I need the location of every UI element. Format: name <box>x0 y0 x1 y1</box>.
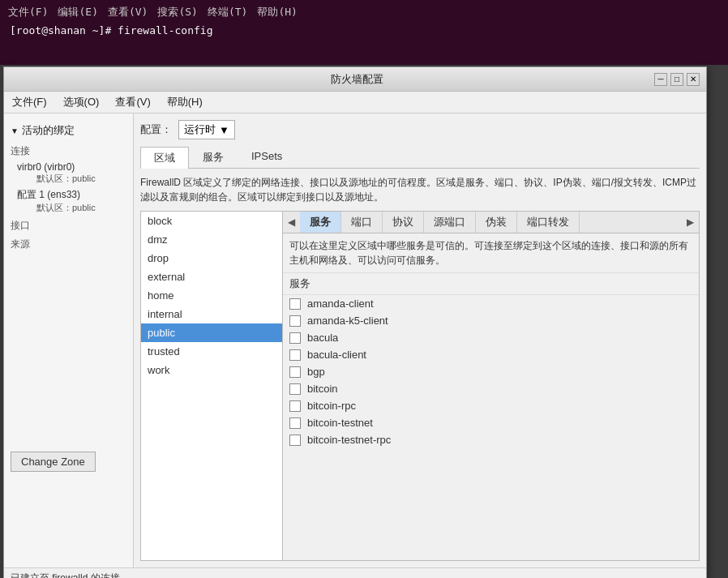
config-select[interactable]: 运行时 ▼ <box>178 120 235 139</box>
services-nav: ◀ 服务 端口 协议 源端口 伪装 端口转发 ▶ <box>283 212 699 233</box>
tab-ipsets[interactable]: IPSets <box>238 146 296 168</box>
terminal-menu-file[interactable]: 文件(F) <box>8 5 48 19</box>
service-amanda-client[interactable]: amanda-client <box>283 295 699 312</box>
sidebar-group-sources: 来源 <box>4 234 133 253</box>
status-bar: 已建立至 firewalld 的连接。 默认区域: public LogDeni… <box>4 567 706 578</box>
menu-help[interactable]: 帮助(H) <box>162 93 208 111</box>
zone-external[interactable]: external <box>141 268 282 286</box>
main-area: ▼ 活动的绑定 连接 virbr0 (virbr0) 默认区：public 配置… <box>4 113 706 567</box>
zone-work[interactable]: work <box>141 361 282 379</box>
services-panel: ◀ 服务 端口 协议 源端口 伪装 端口转发 ▶ 可以在这里定义区域中哪些服务是… <box>283 212 699 560</box>
service-checkbox-bgp[interactable] <box>289 366 301 378</box>
zone-public[interactable]: public <box>141 323 282 342</box>
service-name-bitcoin-testnet-rpc: bitcoin-testnet-rpc <box>307 434 391 446</box>
dialog-titlebar: 防火墙配置 ─ □ ✕ <box>4 67 706 92</box>
menu-options[interactable]: 选项(O) <box>58 93 105 111</box>
change-zone-button[interactable]: Change Zone <box>11 452 96 472</box>
dropdown-arrow-icon: ▼ <box>219 124 229 136</box>
services-nav-tab-sourceport[interactable]: 源端口 <box>424 212 476 233</box>
terminal-menubar: 文件(F) 编辑(E) 查看(V) 搜索(S) 终端(T) 帮助(H) <box>5 3 723 21</box>
terminal-menu-view[interactable]: 查看(V) <box>108 5 148 19</box>
dialog-controls: ─ □ ✕ <box>654 73 700 86</box>
services-nav-tab-services[interactable]: 服务 <box>300 212 341 233</box>
zone-trusted[interactable]: trusted <box>141 342 282 361</box>
sidebar-section-title-text: 活动的绑定 <box>22 123 75 138</box>
service-checkbox-bitcoin[interactable] <box>289 383 301 395</box>
zone-drop[interactable]: drop <box>141 249 282 268</box>
service-checkbox-amanda-k5-client[interactable] <box>289 315 301 327</box>
zone-internal[interactable]: internal <box>141 305 282 323</box>
service-checkbox-amanda-client[interactable] <box>289 298 301 310</box>
service-name-bacula-client: bacula-client <box>307 349 366 361</box>
terminal-menu-terminal[interactable]: 终端(T) <box>208 5 247 19</box>
dialog-menubar: 文件(F) 选项(O) 查看(V) 帮助(H) <box>4 92 706 113</box>
service-checkbox-bitcoin-rpc[interactable] <box>289 400 301 412</box>
terminal-command: [root@shanan ~]# firewall-config <box>5 21 723 40</box>
service-name-bitcoin-testnet: bitcoin-testnet <box>307 417 373 429</box>
service-checkbox-bitcoin-testnet-rpc[interactable] <box>289 435 301 446</box>
service-bitcoin-rpc[interactable]: bitcoin-rpc <box>283 397 699 414</box>
sidebar-section-active-bindings: ▼ 活动的绑定 <box>4 120 133 141</box>
service-bacula-client[interactable]: bacula-client <box>283 346 699 363</box>
service-name-bacula: bacula <box>307 332 338 344</box>
firewall-dialog: 防火墙配置 ─ □ ✕ 文件(F) 选项(O) 查看(V) 帮助(H) ▼ 活动… <box>3 66 707 578</box>
service-bacula[interactable]: bacula <box>283 329 699 346</box>
sidebar-group-interfaces: 接口 <box>4 216 133 234</box>
service-checkbox-bacula-client[interactable] <box>289 349 301 361</box>
tab-zones[interactable]: 区域 <box>140 147 189 169</box>
service-bitcoin[interactable]: bitcoin <box>283 380 699 397</box>
service-checkbox-bitcoin-testnet[interactable] <box>289 417 301 429</box>
sidebar-group-connections: 连接 <box>4 141 133 160</box>
terminal-menu-help[interactable]: 帮助(H) <box>257 5 297 19</box>
collapse-arrow-icon: ▼ <box>11 126 19 135</box>
services-nav-tab-protocol[interactable]: 协议 <box>383 212 424 233</box>
menu-file[interactable]: 文件(F) <box>7 93 52 111</box>
service-bitcoin-testnet-rpc[interactable]: bitcoin-testnet-rpc <box>283 431 699 448</box>
right-panel: 配置： 运行时 ▼ 区域 服务 IPSets FirewallD 区域定义了绑定… <box>134 113 706 567</box>
nav-right-arrow-icon[interactable]: ▶ <box>682 213 699 231</box>
menu-view[interactable]: 查看(V) <box>110 93 155 111</box>
sidebar-connection-virbr0[interactable]: virbr0 (virbr0) 默认区：public <box>4 160 133 186</box>
minimize-button[interactable]: ─ <box>654 73 667 86</box>
service-bgp[interactable]: bgp <box>283 363 699 380</box>
zone-list: block dmz drop external home internal pu… <box>141 212 283 560</box>
config-bar: 配置： 运行时 ▼ <box>140 120 700 139</box>
service-name-bitcoin: bitcoin <box>307 383 338 395</box>
maximize-button[interactable]: □ <box>670 73 683 86</box>
nav-left-arrow-icon[interactable]: ◀ <box>283 213 300 231</box>
terminal-menu-search[interactable]: 搜索(S) <box>157 5 197 19</box>
close-button[interactable]: ✕ <box>687 73 700 86</box>
zone-description: FirewallD 区域定义了绑定的网络连接、接口以及源地址的可信程度。区域是服… <box>140 175 700 204</box>
zone-services-container: block dmz drop external home internal pu… <box>140 211 700 561</box>
tab-services[interactable]: 服务 <box>189 146 238 168</box>
services-description: 可以在这里定义区域中哪些服务是可信的。可连接至绑定到这个区域的连接、接口和源的所… <box>283 233 699 273</box>
zone-home[interactable]: home <box>141 286 282 305</box>
services-nav-tab-ports[interactable]: 端口 <box>341 212 383 233</box>
service-amanda-k5-client[interactable]: amanda-k5-client <box>283 312 699 329</box>
dialog-title: 防火墙配置 <box>59 72 654 87</box>
service-name-amanda-k5-client: amanda-k5-client <box>307 315 388 327</box>
service-name-amanda-client: amanda-client <box>307 298 374 310</box>
services-nav-tab-portfwd[interactable]: 端口转发 <box>517 212 580 233</box>
sidebar-connection-ens33[interactable]: 配置 1 (ens33) 默认区：public <box>4 186 133 216</box>
service-checkbox-bacula[interactable] <box>289 332 301 344</box>
zone-tabs: 区域 服务 IPSets <box>140 146 700 169</box>
sidebar: ▼ 活动的绑定 连接 virbr0 (virbr0) 默认区：public 配置… <box>4 113 134 567</box>
zone-dmz[interactable]: dmz <box>141 230 282 249</box>
zone-block[interactable]: block <box>141 212 282 230</box>
config-label: 配置： <box>140 122 172 137</box>
terminal-menu-edit[interactable]: 编辑(E) <box>58 5 97 19</box>
service-name-bitcoin-rpc: bitcoin-rpc <box>307 400 356 412</box>
services-nav-tab-masquerade[interactable]: 伪装 <box>476 212 517 233</box>
services-nav-tabs: 服务 端口 协议 源端口 伪装 端口转发 <box>300 212 682 233</box>
service-bitcoin-testnet[interactable]: bitcoin-testnet <box>283 414 699 431</box>
service-name-bgp: bgp <box>307 366 325 378</box>
services-list: amanda-client amanda-k5-client bacula <box>283 295 699 560</box>
status-line1: 已建立至 firewalld 的连接。 <box>11 571 700 578</box>
services-list-header: 服务 <box>283 273 699 295</box>
terminal-window: 文件(F) 编辑(E) 查看(V) 搜索(S) 终端(T) 帮助(H) [roo… <box>0 0 728 65</box>
